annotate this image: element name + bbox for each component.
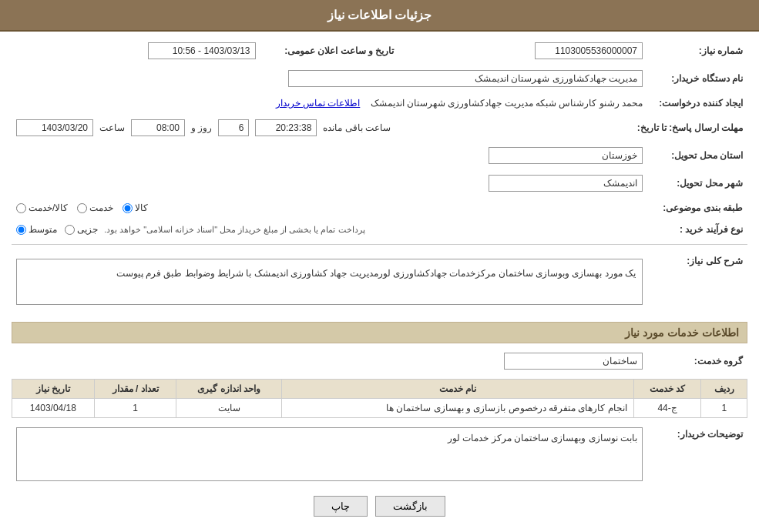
deadline-days: 6 [218,119,249,136]
requester-label: ایجاد کننده درخواست: [647,95,747,112]
page-title: جزئیات اطلاعات نیاز [0,0,759,32]
description-label: شرح کلی نیاز: [647,251,747,313]
description-text: یک مورد بهسازی وبوسازی ساختمان مرکزخدمات… [16,259,643,305]
deadline-label: مهلت ارسال پاسخ: تا تاریخ: [633,116,747,139]
process-note: پرداخت تمام یا بخشی از مبلغ خریداز محل "… [104,225,365,235]
table-row: 1 ج-44 انجام کارهای متفرقه درخصوص بازساز… [12,399,747,418]
need-number-value: 1103005536000007 [535,42,643,59]
cell-quantity: 1 [94,399,176,418]
deadline-remaining-label: ساعت باقی مانده [323,122,391,133]
cell-unit: سایت [176,399,282,418]
announcement-value: 1403/03/13 - 10:56 [148,42,256,59]
col-unit: واحد اندازه گیری [176,380,282,399]
process-medium[interactable]: متوسط [16,224,57,235]
col-rownum: ردیف [701,380,747,399]
deadline-time-label: ساعت [99,122,125,133]
service-group-label: گروه خدمت: [647,350,747,373]
service-group-value: ساختمان [504,353,643,370]
category-kala-khidmat[interactable]: کالا/خدمت [16,202,68,213]
deadline-date: 1403/03/20 [16,119,93,136]
buyer-notes-label: توضیحات خریدار: [647,424,747,484]
buyer-org-label: نام دستگاه خریدار: [647,67,747,90]
cell-name: انجام کارهای متفرقه درخصوص بازسازی و بهس… [282,399,634,418]
service-section-title: اطلاعات خدمات مورد نیاز [12,322,747,343]
need-number-label: شماره نیاز: [647,39,747,62]
process-label: نوع فرآیند خرید : [647,221,747,238]
col-code: کد خدمت [633,380,701,399]
buyer-org-value: مدیریت جهادکشاورزی شهرستان اندیمشک [288,70,643,87]
cell-rownum: 1 [701,399,747,418]
deadline-days-label: روز و [191,122,212,133]
announcement-label: تاریخ و ساعت اعلان عمومی: [260,39,399,62]
province-value: خوزستان [489,147,643,164]
city-label: شهر محل تحویل: [647,172,747,195]
city-value: اندیمشک [489,175,643,192]
cell-code: ج-44 [633,399,701,418]
col-date: تاریخ نیاز [12,380,95,399]
category-khidmat[interactable]: خدمت [77,202,113,213]
requester-value: محمد رشنو کارشناس شبکه مدیریت جهادکشاورز… [371,98,643,109]
service-table: ردیف کد خدمت نام خدمت واحد اندازه گیری ت… [12,379,747,418]
category-label: طبقه بندی موضوعی: [647,199,747,216]
contact-link[interactable]: اطلاعات تماس خریدار [276,98,361,109]
buyer-notes-value: بابت نوسازی وبهسازی ساختمان مرکز خدمات ل… [16,427,643,481]
col-quantity: تعداد / مقدار [94,380,176,399]
category-kala[interactable]: کالا [123,202,148,213]
deadline-remaining: 20:23:38 [255,119,317,136]
province-label: استان محل تحویل: [647,144,747,167]
deadline-time: 08:00 [131,119,185,136]
print-button[interactable]: چاپ [314,496,368,517]
process-small[interactable]: جزیی [65,224,98,235]
col-name: نام خدمت [282,380,634,399]
cell-date: 1403/04/18 [12,399,95,418]
back-button[interactable]: بازگشت [375,496,445,517]
